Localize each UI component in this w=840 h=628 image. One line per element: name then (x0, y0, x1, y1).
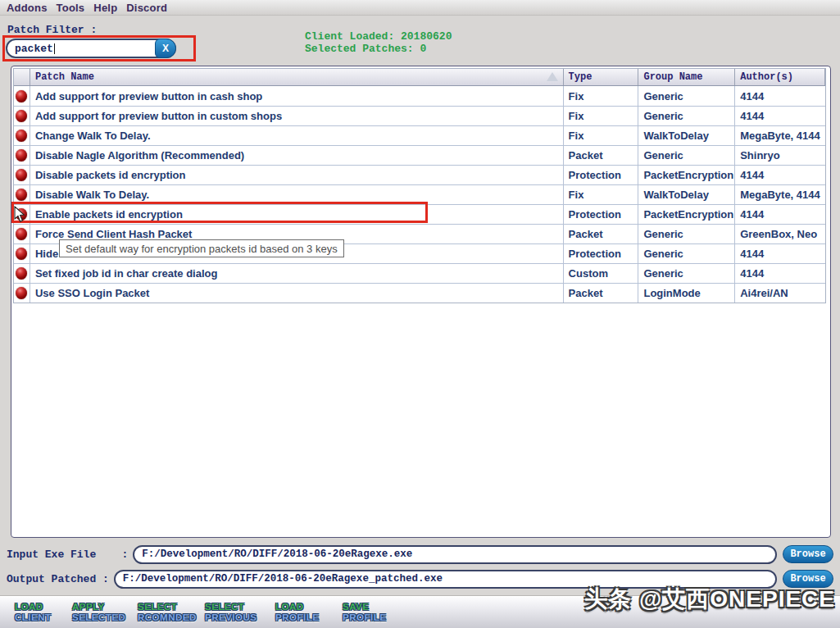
patch-authors-cell: MegaByte, 4144 (735, 126, 825, 145)
patch-row[interactable]: Add support for preview button in custom… (14, 106, 825, 125)
tooltip: Set default way for encryption packets i… (59, 239, 344, 257)
output-patched-value: F:/Development/RO/DIFF/2018-06-20eRagexe… (116, 573, 443, 585)
patch-name-cell: Change Walk To Delay. (30, 126, 564, 145)
patch-marker-cell (14, 284, 30, 303)
patch-name-cell: Disable packets id encryption (30, 166, 564, 184)
patch-authors-cell: 4144 (735, 166, 825, 184)
patch-name-cell: Use SSO Login Packet (30, 284, 564, 303)
patch-disabled-icon[interactable] (16, 208, 27, 221)
load-profile-line1: LOAD (275, 602, 319, 612)
select-rcomnded-line2: RCOMNDED (138, 612, 197, 623)
patch-type-cell: Protection (564, 244, 639, 263)
patch-marker-cell (14, 86, 30, 106)
patch-group-cell: WalkToDelay (638, 126, 735, 145)
load-profile-line2: PROFILE (275, 612, 319, 623)
header-authors[interactable]: Author(s) (735, 69, 825, 85)
select-previous-button[interactable]: SELECTPREVIOUS (205, 602, 257, 622)
menu-item-tools[interactable]: Tools (57, 2, 94, 14)
patch-authors-cell: Shinryo (735, 146, 825, 165)
load-client-line2: CLIENT (15, 612, 52, 623)
patch-disabled-icon[interactable] (16, 189, 27, 201)
save-profile-button[interactable]: SAVEPROFILE (343, 602, 386, 622)
patch-type-cell: Packet (564, 284, 639, 303)
patch-disabled-icon[interactable] (16, 267, 27, 280)
load-client-button[interactable]: LOADCLIENT (15, 602, 52, 622)
patch-authors-cell: 4144 (735, 244, 825, 263)
patch-type-cell: Fix (564, 185, 639, 204)
patch-type-cell: Packet (564, 146, 639, 165)
patch-name-cell: Disable Walk To Delay. (30, 185, 564, 204)
output-patched-field[interactable]: F:/Development/RO/DIFF/2018-06-20eRagexe… (114, 570, 777, 589)
selected-patches-text: Selected Patches: 0 (305, 43, 426, 55)
patch-filter-input[interactable]: packet X (6, 39, 176, 58)
patch-authors-cell: 4144 (735, 107, 825, 125)
header-patch-name-label: Patch Name (35, 71, 94, 83)
output-patched-row: Output Patched : F:/Development/RO/DIFF/… (7, 569, 833, 589)
input-exe-field[interactable]: F:/Development/RO/DIFF/2018-06-20eRagexe… (133, 545, 777, 564)
patch-name-cell: Disable Nagle Algorithm (Recommended) (30, 146, 564, 165)
menu-item-addons[interactable]: Addons (7, 2, 57, 14)
browse-output-button[interactable]: Browse (783, 570, 833, 588)
header-patch-name[interactable]: Patch Name (30, 69, 564, 85)
header-group[interactable]: Group Name (638, 69, 735, 85)
select-previous-line1: SELECT (205, 602, 257, 612)
load-profile-button[interactable]: LOADPROFILE (275, 602, 319, 622)
patch-marker-cell (14, 264, 30, 283)
patch-name-cell: Set fixed job id in char create dialog (30, 264, 564, 283)
patch-row[interactable]: Use SSO Login PacketPacketLoginModeAi4re… (14, 283, 825, 303)
patch-disabled-icon[interactable] (16, 130, 27, 142)
patch-type-cell: Protection (564, 205, 639, 224)
patch-table-body: Add support for preview button in cash s… (14, 86, 825, 303)
clear-filter-button[interactable]: X (155, 39, 176, 58)
patch-authors-cell: 4144 (735, 86, 825, 106)
menu-bar: Addons Tools Help Discord (0, 0, 840, 16)
header-icon-column (14, 69, 30, 85)
header-group-label: Group Name (643, 71, 702, 83)
patch-disabled-icon[interactable] (16, 248, 27, 260)
patch-disabled-icon[interactable] (16, 90, 27, 102)
sort-ascending-icon (547, 72, 558, 81)
header-authors-label: Author(s) (740, 71, 793, 83)
patch-disabled-icon[interactable] (16, 169, 27, 181)
select-rcomnded-line1: SELECT (138, 602, 197, 612)
patch-row[interactable]: Change Walk To Delay.FixWalkToDelayMegaB… (14, 125, 825, 145)
patch-marker-cell (14, 146, 30, 165)
patch-group-cell: LoginMode (638, 284, 735, 303)
patch-group-cell: PacketEncryption (638, 205, 735, 224)
patch-marker-cell (14, 166, 30, 184)
patch-table: Patch Name Type Group Name Author(s) Add… (13, 68, 826, 303)
patch-disabled-icon[interactable] (16, 110, 27, 122)
header-type[interactable]: Type (564, 69, 639, 85)
patch-row[interactable]: Disable Walk To Delay.FixWalkToDelayMega… (14, 184, 825, 204)
browse-input-button[interactable]: Browse (783, 545, 833, 563)
apply-selected-line1: APPLY (72, 602, 125, 612)
output-patched-label: Output Patched : (7, 573, 109, 585)
select-rcomnded-button[interactable]: SELECTRCOMNDED (138, 602, 197, 622)
patch-type-cell: Packet (564, 225, 639, 243)
save-profile-line2: PROFILE (343, 612, 386, 623)
patch-row[interactable]: Add support for preview button in cash s… (14, 86, 825, 106)
patch-type-cell: Fix (564, 107, 639, 125)
patch-group-cell: WalkToDelay (638, 185, 735, 204)
input-exe-row: Input Exe File : F:/Development/RO/DIFF/… (7, 544, 833, 564)
patch-row[interactable]: Disable Nagle Algorithm (Recommended)Pac… (14, 145, 825, 165)
client-loaded-text: Client Loaded: 20180620 (305, 30, 452, 43)
menu-item-help[interactable]: Help (93, 2, 126, 14)
status-block: Client Loaded: 20180620 Selected Patches… (305, 30, 452, 55)
patch-disabled-icon[interactable] (16, 228, 27, 240)
menu-item-discord[interactable]: Discord (126, 2, 176, 14)
patch-group-cell: Generic (638, 264, 735, 283)
x-icon: X (162, 43, 169, 54)
patch-type-cell: Fix (564, 126, 639, 145)
apply-selected-button[interactable]: APPLYSELECTED (72, 602, 125, 622)
apply-selected-line2: SELECTED (72, 612, 125, 623)
patch-row[interactable]: Disable packets id encryptionProtectionP… (14, 165, 825, 184)
patch-name-cell: Add support for preview button in cash s… (30, 86, 564, 106)
patch-row[interactable]: Set fixed job id in char create dialogCu… (14, 263, 825, 283)
select-previous-line2: PREVIOUS (205, 612, 257, 623)
patch-row[interactable]: Enable packets id encryptionProtectionPa… (14, 204, 825, 224)
patch-disabled-icon[interactable] (16, 287, 27, 299)
patch-type-cell: Protection (564, 166, 639, 184)
patch-group-cell: Generic (638, 225, 735, 243)
patch-disabled-icon[interactable] (16, 149, 27, 162)
